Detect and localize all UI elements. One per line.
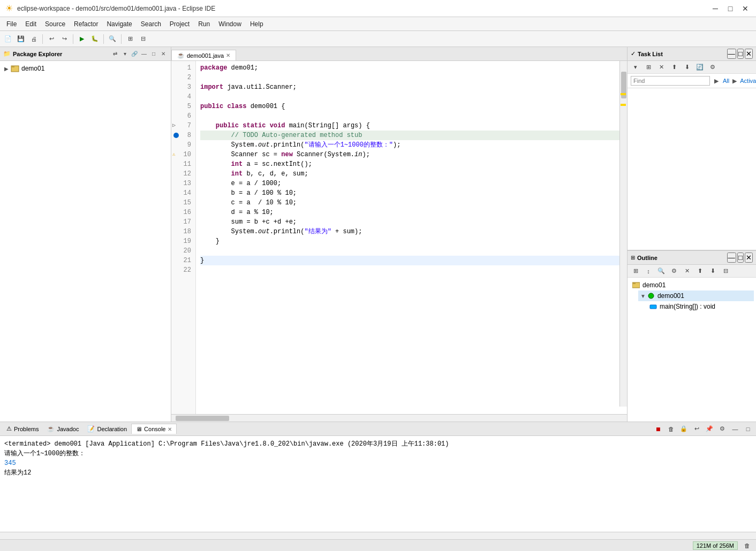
tb-save-button[interactable]: 💾 [15,33,27,45]
editor-vscrollbar[interactable] [619,61,627,407]
outline-tb4[interactable]: ⚙ [668,265,680,277]
outline-tb1[interactable]: ⊞ [630,265,641,277]
task-tb-btn2[interactable]: ⊞ [642,62,654,73]
task-find-bar: ▶ All ▶ Activat... [628,74,756,88]
tb-print-button[interactable]: 🖨 [28,33,40,45]
panel-min-button[interactable]: — [140,50,148,58]
menu-search[interactable]: Search [137,19,165,29]
task-tb-btn5[interactable]: ⬇ [681,62,693,73]
console-clear-btn[interactable]: 🗑 [665,423,677,435]
editor-tab-demo001[interactable]: ☕ demo001.java ✕ [171,50,236,60]
scroll-marker-1 [621,93,626,95]
tree-item-demo01[interactable]: ▶ demo01 [2,63,169,74]
console-pin-btn[interactable]: 📌 [704,423,715,435]
line-num-1: 1 [171,63,195,73]
tab-console-close[interactable]: ✕ [168,426,172,432]
menu-source[interactable]: Source [41,19,70,29]
outline-min-button[interactable]: — [727,252,736,263]
code-line-7: public static void main(String[] args) { [200,121,623,131]
svg-rect-3 [632,282,636,284]
memory-indicator[interactable]: 121M of 256M [693,541,738,550]
console-settings-btn[interactable]: ⚙ [716,423,728,435]
menu-edit[interactable]: Edit [21,19,41,29]
menu-project[interactable]: Project [165,19,194,29]
menu-navigate[interactable]: Navigate [102,19,136,29]
tab-javadoc[interactable]: ☕ Javadoc [43,424,83,434]
menu-bar: File Edit Source Refactor Navigate Searc… [0,17,756,31]
task-tb-btn6[interactable]: 🔄 [694,62,706,73]
bottom-min-btn[interactable]: — [729,423,741,435]
gc-button[interactable]: 🗑 [742,541,752,550]
task-tb-btn1[interactable]: ▾ [630,62,641,73]
console-word-wrap-btn[interactable]: ↩ [691,423,702,435]
bottom-max-btn[interactable]: □ [742,423,754,435]
bottom-hscrollbar[interactable] [0,532,756,539]
code-line-8: // TODO Auto-generated method stub [200,131,623,140]
editor-hscrollbar[interactable] [171,414,627,422]
close-button[interactable]: ✕ [739,3,752,14]
outline-header: ⊞ Outline — □ ✕ [628,251,756,265]
outline-item-label-demo01: demo01 [642,281,666,289]
tab-declaration[interactable]: 📝 Declaration [83,424,131,434]
task-max-button[interactable]: □ [737,49,744,59]
task-activate-link[interactable]: Activat... [740,78,756,84]
tb-perspective-button[interactable]: ⊞ [124,33,136,45]
panel-collapse-button[interactable]: ▾ [120,50,129,58]
tab-declaration-label: Declaration [97,426,127,432]
right-panel: ✓ Task List — □ ✕ ▾ ⊞ ✕ ⬆ ⬇ 🔄 ⚙ [628,47,756,422]
code-line-18: System.out.println("结果为" + sum); [200,227,623,236]
tab-problems[interactable]: ⚠ Problems [2,424,43,434]
outline-close-button[interactable]: ✕ [745,252,753,263]
panel-sync-button[interactable]: ⇄ [111,50,119,58]
editor-hscroll-thumb[interactable] [176,416,229,421]
toolbar: 📄 💾 🖨 ↩ ↪ ▶ 🐛 🔍 ⊞ ⊟ [0,31,756,47]
panel-close-button[interactable]: ✕ [159,50,168,58]
tb-search-button[interactable]: 🔍 [107,33,118,45]
line-num-21: 21 [171,256,195,265]
outline-tb3[interactable]: 🔍 [655,265,667,277]
outline-item-main[interactable]: main(String[]) : void [647,301,754,312]
panel-max-button[interactable]: □ [149,50,158,58]
tab-console-label: Console [144,426,165,432]
tb-redo-button[interactable]: ↪ [58,33,70,45]
menu-refactor[interactable]: Refactor [70,19,102,29]
tb-view-button[interactable]: ⊟ [137,33,149,45]
outline-tb8[interactable]: ⊟ [720,265,731,277]
line-num-4: 4 [171,92,195,102]
outline-max-button[interactable]: □ [737,252,744,263]
console-scroll-lock-btn[interactable]: 🔒 [678,423,690,435]
task-tb-btn3[interactable]: ✕ [655,62,667,73]
minimize-button[interactable]: ─ [709,3,722,14]
task-close-button[interactable]: ✕ [745,49,753,59]
outline-item-demo01-pkg[interactable]: demo01 [630,280,754,290]
task-tb-btn7[interactable]: ⚙ [707,62,719,73]
console-stop-btn[interactable]: ⏹ [652,423,664,435]
outline-tb2[interactable]: ↕ [642,265,654,277]
code-editor[interactable]: package demo01; import java.util.Scanner… [196,61,627,414]
task-min-button[interactable]: — [727,49,736,59]
menu-window[interactable]: Window [214,19,246,29]
outline-tb6[interactable]: ⬆ [694,265,706,277]
task-all-link[interactable]: All [723,78,729,84]
tb-sep1 [42,34,43,44]
task-find-input[interactable] [631,76,710,86]
tree-toggle-demo01[interactable]: ▶ [4,66,11,72]
tb-undo-button[interactable]: ↩ [46,33,57,45]
outline-pkg-icon [632,281,640,289]
outline-item-demo001-class[interactable]: ▼ demo001 [638,290,754,301]
title-bar: ☀ eclipse-workspace - demo01/src/demo01/… [0,0,756,17]
menu-run[interactable]: Run [194,19,214,29]
menu-file[interactable]: File [2,19,21,29]
tb-run-button[interactable]: ▶ [76,33,88,45]
menu-help[interactable]: Help [246,19,268,29]
panel-link-button[interactable]: 🔗 [130,50,139,58]
tab-console[interactable]: 🖥 Console ✕ [131,424,177,434]
editor-tab-close[interactable]: ✕ [226,52,230,58]
maximize-button[interactable]: □ [724,3,737,14]
outline-tb5[interactable]: ✕ [681,265,693,277]
tb-debug-button[interactable]: 🐛 [89,33,101,45]
outline-tb7[interactable]: ⬇ [707,265,719,277]
code-line-19: } [200,236,623,246]
tb-new-button[interactable]: 📄 [2,33,14,45]
task-tb-btn4[interactable]: ⬆ [668,62,680,73]
